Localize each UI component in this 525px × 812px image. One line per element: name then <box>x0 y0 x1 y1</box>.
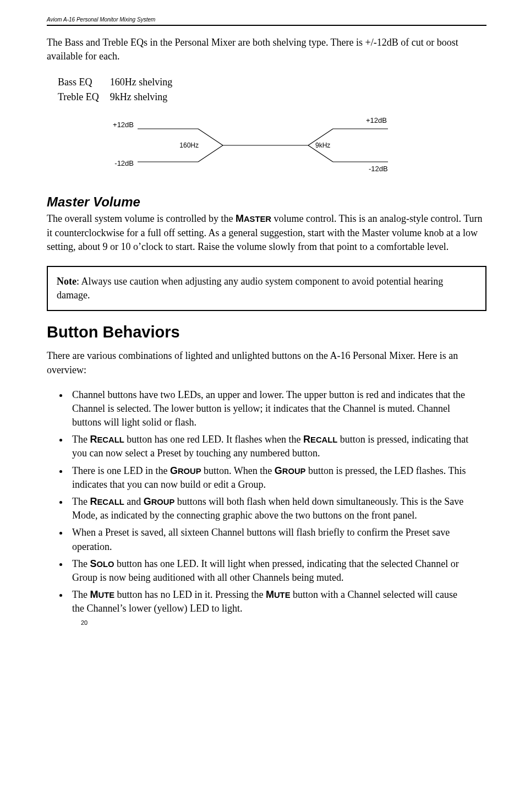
svg-text:9kHz: 9kHz <box>315 141 330 149</box>
svg-text:+12dB: +12dB <box>113 121 134 129</box>
note-box: Note: Always use caution when adjusting … <box>47 266 486 311</box>
note-label: Note <box>57 276 76 287</box>
smallcaps-word: MUTE <box>90 589 114 600</box>
list-item: There is one LED in the GROUP button. Wh… <box>69 464 470 492</box>
smallcaps-word: MASTER <box>236 213 271 224</box>
running-header: Aviom A-16 Personal Monitor Mixing Syste… <box>47 17 486 26</box>
page-number: 20 <box>81 619 486 626</box>
note-text: : Always use caution when adjusting any … <box>57 276 443 301</box>
eq-row-label: Bass EQ <box>58 75 109 89</box>
svg-text:-12dB: -12dB <box>369 165 388 173</box>
smallcaps-word: RECALL <box>303 434 337 445</box>
list-item: The MUTE button has no LED in it. Pressi… <box>69 588 470 615</box>
list-item: Channel buttons have two LEDs, an upper … <box>69 388 470 430</box>
smallcaps-word: SOLO <box>90 558 114 569</box>
intro-paragraph: The Bass and Treble EQs in the Personal … <box>47 36 486 63</box>
list-item: The RECALL and GROUP buttons will both f… <box>69 495 470 522</box>
list-item: When a Preset is saved, all sixteen Chan… <box>69 526 470 553</box>
svg-text:160Hz: 160Hz <box>179 141 199 149</box>
behaviors-list: Channel buttons have two LEDs, an upper … <box>69 388 486 616</box>
eq-shelving-diagram: +12dB -12dB +12dB -12dB 160Hz 9kHz <box>107 115 486 178</box>
eq-row-value: 9kHz shelving <box>110 90 182 104</box>
list-item: The SOLO button has one LED. It will lig… <box>69 557 470 585</box>
svg-text:-12dB: -12dB <box>114 159 134 167</box>
smallcaps-word: GROUP <box>170 465 201 476</box>
smallcaps-word: GROUP <box>144 496 175 507</box>
eq-row-value: 160Hz shelving <box>110 75 182 89</box>
smallcaps-word: RECALL <box>90 434 124 445</box>
eq-row-label: Treble EQ <box>58 90 109 104</box>
behaviors-intro: There are various combinations of lighte… <box>47 349 486 377</box>
list-item: The RECALL button has one red LED. It fl… <box>69 433 470 460</box>
smallcaps-word: MUTE <box>266 589 291 600</box>
smallcaps-word: GROUP <box>275 465 306 476</box>
master-volume-paragraph: The overall system volume is controlled … <box>47 212 486 254</box>
smallcaps-word: RECALL <box>90 496 124 507</box>
svg-line-3 <box>198 145 223 162</box>
master-volume-heading: Master Volume <box>47 194 486 210</box>
svg-line-1 <box>198 129 223 145</box>
eq-params-table: Bass EQ 160Hz shelving Treble EQ 9kHz sh… <box>57 74 183 105</box>
button-behaviors-heading: Button Behaviors <box>47 323 486 341</box>
svg-text:+12dB: +12dB <box>366 116 387 124</box>
